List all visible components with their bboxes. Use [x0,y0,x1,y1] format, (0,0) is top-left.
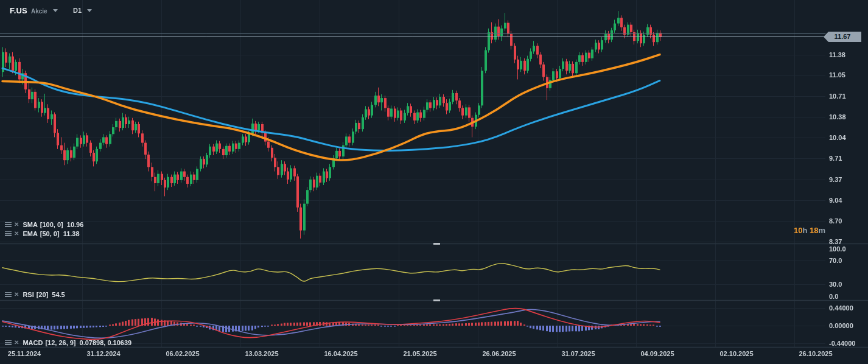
price-tick-label: 11.38 [829,51,845,59]
macd-tick-label: 0.44000 [829,304,853,312]
indicator-value: 54.5 [52,291,65,298]
indicator-remove-icon[interactable]: ✕ [14,231,19,237]
indicator-remove-icon[interactable]: ✕ [14,292,19,298]
macd-tick-label: -0.44000 [829,339,855,348]
time-tick-label: 31.07.2025 [561,349,595,358]
indicator-params: [100, 0] [40,221,63,228]
chart-canvas[interactable] [0,0,868,364]
rsi-tick-label: 100.0 [829,245,846,253]
price-tick-label: 9.04 [829,196,842,205]
price-tick-label: 8.70 [829,217,842,225]
time-tick-label: 21.05.2025 [403,349,436,358]
time-tick-label: 06.02.2025 [166,349,199,358]
instrument-type-label: Akcie [31,8,47,15]
indicator-row-ema: ✕ EMA [50, 0] 11.38 [5,229,80,237]
rsi-axis[interactable]: 100.070.030.00.0 [826,243,868,300]
indicator-name: RSI [23,291,33,298]
indicator-value: 0.07898, 0.10639 [80,339,132,346]
price-tick-label: 10.04 [829,133,846,142]
price-axis[interactable]: 11.3811.0510.7110.3810.049.719.379.048.7… [826,0,868,243]
symbol-dropdown-caret-icon[interactable] [53,9,58,12]
price-tick-label: 9.71 [829,154,842,163]
indicator-settings-icon[interactable] [5,222,12,227]
indicator-params: [20] [37,291,49,298]
rsi-tick-label: 30.0 [829,280,842,289]
indicator-value: 10.96 [67,221,84,228]
indicator-name: MACD [23,339,43,346]
indicator-settings-icon[interactable] [5,340,12,345]
indicator-name: SMA [23,221,37,228]
indicator-row-rsi: ✕ RSI [20] 54.5 [5,290,65,298]
timeframe-label: D1 [73,7,82,14]
indicator-remove-icon[interactable]: ✕ [14,340,19,346]
price-tick-label: 10.71 [829,92,846,100]
countdown-minutes: 18 [810,226,818,235]
indicator-params: [50, 0] [40,230,60,237]
time-tick-label: 02.10.2025 [719,349,753,358]
indicator-row-macd: ✕ MACD [12, 26, 9] 0.07898, 0.10639 [5,338,131,346]
indicator-name: EMA [23,230,37,237]
time-tick-label: 26.06.2025 [482,349,516,358]
price-tick-label: 9.37 [829,175,842,184]
countdown-hours: 10 [794,226,802,235]
time-tick-label: 13.03.2025 [245,349,278,358]
indicator-row-sma: ✕ SMA [100, 0] 10.96 [5,220,83,228]
symbol-label[interactable]: F.US [10,6,27,15]
time-tick-label: 31.12.2024 [86,349,120,358]
price-tick-label: 11.05 [829,71,845,79]
indicator-settings-icon[interactable] [5,292,12,297]
indicator-value: 11.38 [63,230,80,237]
macd-tick-label: 0.00000 [829,321,853,330]
indicator-remove-icon[interactable]: ✕ [14,222,19,228]
timeframe-dropdown-caret-icon[interactable] [87,9,92,12]
time-tick-label: 16.04.2025 [324,349,357,358]
macd-axis[interactable]: 0.440000.00000-0.44000 [826,300,868,347]
rsi-tick-label: 0.0 [829,292,838,301]
chart-header: F.US Akcie [10,5,58,15]
candle-countdown-timer: 10h 18m [780,226,825,235]
rsi-tick-label: 70.0 [829,256,842,265]
indicator-params: [12, 26, 9] [45,339,75,346]
price-tick-label: 10.38 [829,113,846,121]
timeframe-selector[interactable]: D1 [73,5,92,15]
time-tick-label: 26.10.2025 [799,349,832,358]
time-tick-label: 25.11.2024 [8,349,41,358]
countdown-minutes-unit: m [818,226,825,235]
trading-chart-window: F.US Akcie D1 ✕ SMA [100, 0] 10.96 ✕ EMA… [0,0,868,364]
time-tick-label: 04.09.2025 [640,349,674,358]
time-axis[interactable]: 25.11.202431.12.202406.02.202513.03.2025… [0,347,868,364]
indicator-settings-icon[interactable] [5,231,12,236]
